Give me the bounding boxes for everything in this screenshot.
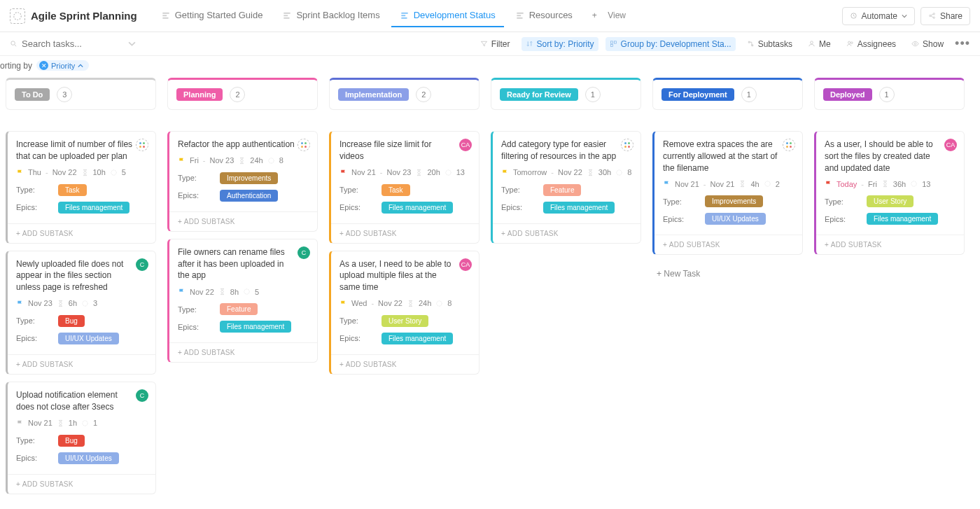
hours: 36h	[893, 180, 906, 188]
view-tab[interactable]: Getting Started Guide	[153, 4, 272, 27]
column-header[interactable]: Implementation2	[329, 78, 479, 110]
view-tab[interactable]: Development Status	[391, 4, 504, 27]
filter-button[interactable]: Filter	[476, 37, 514, 51]
automate-button[interactable]: Automate	[842, 7, 915, 25]
search-box[interactable]	[10, 39, 136, 49]
type-tag[interactable]: Improvements	[705, 195, 763, 207]
sort-button[interactable]: Sort by: Priority	[522, 37, 598, 51]
task-card[interactable]: C Upload notification element does not c…	[6, 382, 156, 494]
task-card[interactable]: CA Increase file size limit for videos N…	[329, 131, 479, 244]
assignee-avatar[interactable]: CA	[459, 139, 472, 151]
more-button[interactable]: •••	[955, 36, 970, 51]
svg-point-47	[786, 146, 788, 148]
svg-rect-11	[517, 15, 521, 16]
epics-label: Epics:	[16, 454, 58, 462]
view-tab[interactable]: Resources	[507, 4, 581, 27]
add-subtask-button[interactable]: + ADD SUBTASK	[8, 474, 155, 494]
type-tag[interactable]: Bug	[58, 435, 85, 447]
task-card[interactable]: C File owners can rename files after it …	[167, 239, 318, 363]
flag-icon	[16, 299, 24, 308]
epic-tag[interactable]: Authentication	[220, 190, 278, 202]
subtasks-button[interactable]: Subtasks	[743, 37, 797, 51]
assignee-avatar[interactable]	[136, 139, 148, 151]
task-card[interactable]: Increase limit of number of files that c…	[6, 131, 156, 244]
assignee-avatar[interactable]: C	[136, 258, 148, 271]
task-card[interactable]: CA As a user, I need to be able to uploa…	[329, 251, 479, 375]
task-card[interactable]: Add category type for easier filtering o…	[491, 131, 641, 244]
epic-tag[interactable]: Files management	[867, 213, 938, 225]
epic-tag[interactable]: Files management	[220, 321, 291, 333]
column-header[interactable]: For Deployment1	[652, 78, 803, 110]
chevron-down-icon[interactable]	[128, 40, 136, 48]
add-subtask-button[interactable]: + ADD SUBTASK	[331, 354, 479, 374]
add-subtask-button[interactable]: + ADD SUBTASK	[169, 211, 317, 231]
svg-point-44	[617, 169, 622, 174]
svg-rect-18	[610, 41, 612, 43]
card-title: Add category type for easier filtering o…	[501, 139, 632, 162]
new-task-button[interactable]: + New Task	[652, 262, 803, 286]
card-meta: Wed -Nov 22 24h 8	[340, 299, 470, 308]
points: 5	[122, 168, 126, 176]
assignee-avatar[interactable]: C	[298, 246, 310, 259]
add-subtask-button[interactable]: + ADD SUBTASK	[331, 223, 479, 243]
svg-point-29	[111, 169, 116, 174]
assignees-button[interactable]: Assignees	[842, 37, 900, 51]
epic-tag[interactable]: Files management	[382, 333, 453, 344]
add-view-button[interactable]: + View	[584, 5, 634, 27]
assignee-avatar[interactable]: C	[136, 389, 148, 402]
add-subtask-button[interactable]: + ADD SUBTASK	[816, 235, 964, 254]
search-input[interactable]	[22, 39, 113, 49]
assignee-avatar[interactable]: CA	[459, 258, 472, 271]
group-button[interactable]: Group by: Development Sta...	[606, 37, 736, 51]
type-tag[interactable]: User Story	[382, 315, 428, 327]
view-tab[interactable]: Sprint Backlog Items	[274, 4, 388, 27]
task-card[interactable]: Remove extra spaces the are currently al…	[652, 131, 803, 255]
show-button[interactable]: Show	[907, 37, 948, 51]
points-icon	[615, 169, 623, 176]
flag-icon	[178, 287, 186, 296]
task-card[interactable]: C Newly uploaded file does not appear in…	[6, 251, 156, 375]
svg-point-49	[764, 181, 769, 186]
svg-rect-7	[401, 12, 407, 13]
me-button[interactable]: Me	[804, 37, 835, 51]
epic-tag[interactable]: Files management	[543, 202, 615, 214]
type-tag[interactable]: Feature	[543, 184, 581, 196]
epic-tag[interactable]: Files management	[382, 202, 453, 214]
assignee-avatar[interactable]	[783, 139, 795, 151]
type-tag[interactable]: Task	[58, 184, 87, 196]
add-subtask-button[interactable]: + ADD SUBTASK	[8, 354, 155, 374]
type-tag[interactable]: Improvements	[220, 172, 278, 184]
column-count: 1	[879, 87, 895, 102]
share-button[interactable]: Share	[920, 7, 970, 25]
group-icon	[610, 40, 617, 48]
svg-point-39	[437, 301, 442, 306]
add-subtask-button[interactable]: + ADD SUBTASK	[654, 235, 802, 254]
close-icon[interactable]: ✕	[39, 61, 48, 70]
assignee-avatar[interactable]	[298, 139, 310, 151]
add-subtask-button[interactable]: + ADD SUBTASK	[8, 223, 155, 243]
add-subtask-button[interactable]: + ADD SUBTASK	[493, 223, 640, 243]
assignee-avatar[interactable]	[621, 139, 634, 151]
epic-tag[interactable]: Files management	[58, 202, 130, 214]
people-icon	[846, 40, 854, 48]
type-tag[interactable]: Feature	[220, 303, 258, 315]
svg-rect-20	[610, 44, 612, 46]
type-tag[interactable]: User Story	[867, 195, 913, 207]
assignee-avatar[interactable]: CA	[944, 139, 957, 151]
epic-tag[interactable]: UI/UX Updates	[58, 333, 119, 344]
column-header[interactable]: Ready for Review1	[491, 78, 641, 110]
points-icon	[764, 180, 771, 188]
epic-tag[interactable]: UI/UX Updates	[705, 213, 766, 225]
column-header[interactable]: To Do3	[6, 78, 156, 110]
column-header[interactable]: Planning2	[167, 78, 318, 110]
points: 5	[255, 288, 259, 296]
type-tag[interactable]: Bug	[58, 315, 85, 327]
type-tag[interactable]: Task	[382, 184, 410, 196]
task-card[interactable]: Refactor the app authentication Fri -Nov…	[167, 131, 318, 232]
workspace-logo[interactable]	[10, 8, 25, 24]
add-subtask-button[interactable]: + ADD SUBTASK	[169, 342, 317, 362]
epic-tag[interactable]: UI/UX Updates	[58, 452, 119, 464]
column-header[interactable]: Deployed1	[814, 78, 965, 110]
sort-pill[interactable]: ✕ Priority	[36, 60, 89, 71]
task-card[interactable]: CA As a user, I should be able to sort t…	[814, 131, 965, 255]
